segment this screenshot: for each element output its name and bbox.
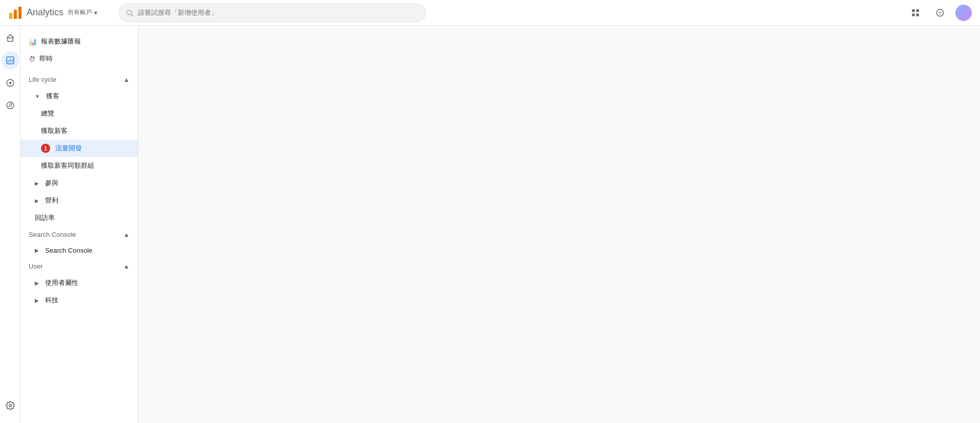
svg-rect-0 [9,13,12,19]
help-icon-button[interactable]: ? [931,4,949,22]
triangle-icon-4: ▶ [35,248,39,253]
sidebar-item-realtime[interactable]: ⏱ 即時 [20,50,138,68]
sidebar-item-search-console[interactable]: ▶ Search Console [20,242,138,258]
user-section-header[interactable]: User ▲ [20,258,138,274]
svg-rect-5 [912,9,914,12]
search-icon [125,9,134,17]
nav-reports-icon[interactable] [1,51,19,70]
sidebar: 📊 報表數據匯報 ⏱ 即時 Life cycle ▲ ▼ 獲客 總覽 獲取新客 … [20,0,138,423]
left-nav [0,0,20,423]
collapse-icon-3: ▲ [123,263,130,270]
triangle-icon-5: ▶ [35,280,39,286]
lifecycle-section-header[interactable]: Life cycle ▲ [20,72,138,87]
svg-rect-1 [14,10,17,19]
badge-red: 1 [41,144,50,153]
top-bar-actions: ? [906,4,972,22]
user-avatar[interactable] [955,5,972,21]
sidebar-item-user-attr[interactable]: ▶ 使用者屬性 [20,274,138,292]
triangle-icon-6: ▶ [35,298,39,303]
collapse-icon: ▲ [123,76,130,83]
nav-settings-icon[interactable] [1,396,19,415]
sidebar-item-engagement[interactable]: ▶ 參與 [20,174,138,192]
collapse-icon-2: ▲ [123,231,130,238]
sidebar-item-traffic[interactable]: 1 流量開發 [20,140,138,157]
svg-point-17 [9,82,11,84]
help-icon: ? [935,8,945,17]
svg-line-4 [131,14,133,16]
app-title: Analytics [27,7,63,18]
svg-rect-7 [912,13,914,16]
sidebar-item-monetization[interactable]: ▶ 營利 [20,192,138,209]
search-console-section-header[interactable]: Search Console ▲ [20,227,138,242]
search-input[interactable] [138,9,419,16]
svg-text:?: ? [939,10,942,15]
sidebar-item-new-customers[interactable]: 獲取新客 [20,122,138,140]
svg-rect-6 [917,9,919,12]
chevron-down-icon: ▾ [94,9,97,16]
sidebar-top-section: 📊 報表數據匯報 ⏱ 即時 [20,29,138,72]
svg-point-18 [7,102,14,109]
sidebar-item-retention[interactable]: 回訪率 [20,209,138,227]
sidebar-item-tech[interactable]: ▶ 科技 [20,292,138,309]
svg-rect-2 [18,7,22,19]
logo-area: Analytics 所有帳戶 ▾ [8,6,111,20]
search-bar[interactable] [119,4,426,22]
sidebar-item-acquisition[interactable]: ▼ 獲客 [20,87,138,105]
triangle-icon-2: ▶ [35,181,39,186]
svg-rect-11 [7,38,13,41]
sidebar-item-cohort[interactable]: 獲取新客同類群組 [20,157,138,174]
nav-ads-icon[interactable] [1,96,19,115]
triangle-icon-3: ▶ [35,198,39,204]
analytics-logo-icon [8,6,23,20]
top-bar: Analytics 所有帳戶 ▾ ? [0,0,980,26]
realtime-icon: ⏱ [29,55,35,63]
reports-icon: 📊 [29,38,37,46]
triangle-icon: ▼ [35,94,40,99]
account-selector[interactable]: 所有帳戶 ▾ [68,8,97,17]
svg-rect-8 [917,13,919,16]
grid-icon-button[interactable] [906,4,925,22]
nav-explore-icon[interactable] [1,74,19,92]
sidebar-item-overview[interactable]: 總覽 [20,105,138,122]
grid-icon [911,8,920,17]
nav-home-icon[interactable] [1,29,19,47]
sidebar-item-reports[interactable]: 📊 報表數據匯報 [20,33,138,50]
